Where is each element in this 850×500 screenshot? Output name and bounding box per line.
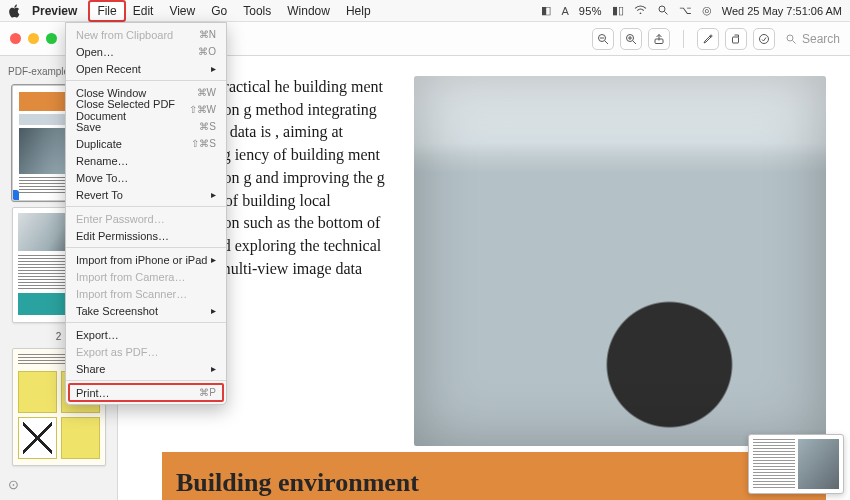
- wifi-icon[interactable]: [634, 5, 647, 17]
- menubar-item-file[interactable]: File: [89, 1, 124, 21]
- menu-share[interactable]: Share▸: [66, 360, 226, 377]
- menu-open[interactable]: Open…⌘O: [66, 43, 226, 60]
- svg-line-11: [633, 41, 636, 44]
- menu-rename[interactable]: Rename…: [66, 152, 226, 169]
- markup-button[interactable]: [753, 28, 775, 50]
- chevron-right-icon: ▸: [211, 189, 216, 200]
- control-center-icon[interactable]: ⌥: [679, 4, 692, 17]
- menu-separator: [66, 80, 226, 81]
- menubar-item-tools[interactable]: Tools: [235, 1, 279, 21]
- menu-export-as-pdf: Export as PDF…: [66, 343, 226, 360]
- menu-take-screenshot[interactable]: Take Screenshot▸: [66, 302, 226, 319]
- toolbar-divider: [683, 30, 684, 48]
- menu-new-from-clipboard: New from Clipboard⌘N: [66, 26, 226, 43]
- input-source-icon[interactable]: A: [561, 5, 568, 17]
- svg-rect-14: [732, 37, 738, 43]
- menubar-item-window[interactable]: Window: [279, 1, 338, 21]
- share-button[interactable]: [648, 28, 670, 50]
- menubar-item-help[interactable]: Help: [338, 1, 379, 21]
- menu-separator: [66, 380, 226, 381]
- menu-export[interactable]: Export…: [66, 326, 226, 343]
- svg-line-17: [792, 40, 795, 43]
- svg-point-1: [659, 6, 665, 12]
- menu-move-to[interactable]: Move To…: [66, 169, 226, 186]
- svg-point-0: [639, 12, 641, 14]
- maximize-window-button[interactable]: [46, 33, 57, 44]
- menu-open-recent[interactable]: Open Recent▸: [66, 60, 226, 77]
- menubar-item-view[interactable]: View: [161, 1, 203, 21]
- page-number-label: 2: [56, 331, 62, 342]
- menu-duplicate[interactable]: Duplicate⇧⌘S: [66, 135, 226, 152]
- menu-print[interactable]: Print…⌘P: [66, 384, 226, 401]
- chevron-right-icon: ▸: [211, 305, 216, 316]
- menu-separator: [66, 247, 226, 248]
- menu-close-selected-pdf[interactable]: Close Selected PDF Document⇧⌘W: [66, 101, 226, 118]
- svg-point-13: [710, 35, 712, 37]
- battery-icon[interactable]: ▮▯: [612, 4, 624, 17]
- menubar-item-go[interactable]: Go: [203, 1, 235, 21]
- svg-line-7: [605, 41, 608, 44]
- page-minimap[interactable]: [748, 434, 844, 494]
- svg-point-15: [759, 34, 768, 43]
- menu-edit-permissions[interactable]: Edit Permissions…: [66, 227, 226, 244]
- chevron-right-icon: ▸: [211, 63, 216, 74]
- zoom-out-button[interactable]: [592, 28, 614, 50]
- status-icon[interactable]: ◧: [541, 4, 551, 17]
- window-traffic-lights: [10, 33, 57, 44]
- menu-separator: [66, 206, 226, 207]
- menu-enter-password: Enter Password…: [66, 210, 226, 227]
- search-placeholder: Search: [802, 32, 840, 46]
- section-heading-banner: Building environment: [162, 452, 826, 500]
- document-hero-image: [414, 76, 826, 446]
- menu-separator: [66, 322, 226, 323]
- search-icon: [785, 33, 797, 45]
- menu-import-camera: Import from Camera…: [66, 268, 226, 285]
- menubar-status-area: ◧ A 95% ▮▯ ⌥ ◎ Wed 25 May 7:51:06 AM: [541, 4, 842, 18]
- battery-percent: 95%: [579, 5, 602, 17]
- sidebar-options-icon[interactable]: ⊙: [8, 475, 19, 496]
- minimize-window-button[interactable]: [28, 33, 39, 44]
- toolbar-search[interactable]: Search: [785, 32, 840, 46]
- document-canvas[interactable]: ed with practical he building ment infor…: [118, 56, 850, 500]
- page-badge-icon: 1: [12, 190, 19, 201]
- close-window-button[interactable]: [10, 33, 21, 44]
- menubar-datetime[interactable]: Wed 25 May 7:51:06 AM: [722, 5, 842, 17]
- menubar-item-edit[interactable]: Edit: [125, 1, 162, 21]
- svg-point-16: [787, 35, 793, 41]
- app-name: Preview: [32, 4, 77, 18]
- chevron-right-icon: ▸: [211, 363, 216, 374]
- menu-import-iphone-ipad[interactable]: Import from iPhone or iPad▸: [66, 251, 226, 268]
- file-menu-dropdown: New from Clipboard⌘N Open…⌘O Open Recent…: [65, 22, 227, 405]
- siri-icon[interactable]: ◎: [702, 4, 712, 17]
- macos-menubar: Preview File Edit View Go Tools Window H…: [0, 0, 850, 22]
- menu-import-scanner: Import from Scanner…: [66, 285, 226, 302]
- section-heading-text: Building environment: [176, 468, 419, 498]
- rotate-button[interactable]: [725, 28, 747, 50]
- svg-line-2: [664, 11, 667, 14]
- apple-logo-icon[interactable]: [8, 4, 22, 18]
- menu-revert-to[interactable]: Revert To▸: [66, 186, 226, 203]
- highlight-button[interactable]: [697, 28, 719, 50]
- spotlight-icon[interactable]: [657, 4, 669, 18]
- zoom-in-button[interactable]: [620, 28, 642, 50]
- architecture-photo: [414, 76, 826, 446]
- chevron-right-icon: ▸: [211, 254, 216, 265]
